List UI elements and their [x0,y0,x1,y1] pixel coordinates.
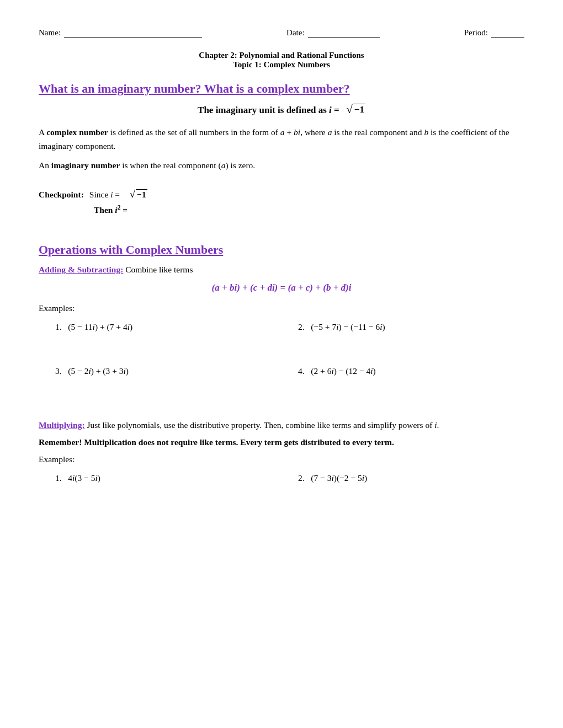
checkpoint-then: Then i2 = [94,204,128,215]
checkpoint-block: Checkpoint: Since i = √ −1 Then i2 = [39,189,524,215]
name-underline[interactable] [64,28,202,38]
example-1: 1. (5 − 11i) + (7 + 4i) [39,319,282,357]
mult-example-2: 2. (7 − 3i)(−2 − 5i) [282,470,524,508]
checkpoint-line1: Checkpoint: Since i = √ −1 [39,189,524,200]
name-field: Name: [39,28,202,38]
checkpoint-label: Checkpoint: [39,190,84,200]
example-4-expr: (2 + 6i) − (12 − 4i) [311,366,376,376]
example-4-num: 4. [298,366,309,376]
formula: (a + bi) + (c + di) = (a + c) + (b + d)i [39,282,524,293]
section1-title: What is an imaginary number? What is a c… [39,82,524,96]
example-2-expr: (−5 + 7i) − (−11 − 6i) [311,322,385,331]
chapter-line2: Topic 1: Complex Numbers [39,60,524,69]
adding-subtracting-subtitle: Adding & Subtracting: Combine like terms [39,265,524,275]
examples-label-mult: Examples: [39,454,524,464]
example-3-num: 3. [55,366,66,376]
example-1-expr: (5 − 11i) + (7 + 4i) [68,322,132,331]
period-field: Period: [464,28,524,38]
checkpoint-since: Since i = [89,190,124,200]
header-fields: Name: Date: Period: [39,28,524,38]
example-2: 2. (−5 + 7i) − (−11 − 6i) [282,319,524,357]
formula-text: (a + bi) + (c + di) = (a + c) + (b + d)i [212,282,352,293]
period-label: Period: [464,28,488,38]
multiplying-desc: Just like polynomials, use the distribut… [87,420,439,430]
example-3-expr: (5 − 2i) + (3 + 3i) [68,366,129,376]
date-field: Date: [286,28,379,38]
multiplying-label: Multiplying: [39,420,85,430]
remember-line: Remember! Multiplication does not requir… [39,436,524,448]
adding-desc: Combine like terms [125,265,193,274]
multiplying-block: Multiplying: Just like polynomials, use … [39,418,524,508]
sqrt-neg1: √ −1 [347,104,365,115]
date-underline[interactable] [308,28,380,38]
chapter-header: Chapter 2: Polynomial and Rational Funct… [39,51,524,69]
imaginary-def-text: The imaginary unit is defined as i = [198,105,344,115]
examples-text: Examples [39,303,72,313]
chapter-line1: Chapter 2: Polynomial and Rational Funct… [39,51,524,60]
imaginary-bold: imaginary number [51,160,120,170]
mult-example-2-num: 2. [298,473,309,483]
example-3: 3. (5 − 2i) + (3 + 3i) [39,363,282,402]
checkpoint-sqrt: √ −1 [130,189,147,200]
examples-label-adding: Examples: [39,303,524,313]
example-2-num: 2. [298,322,309,331]
multiplying-header: Multiplying: Just like polynomials, use … [39,418,524,432]
mult-example-1-num: 1. [55,473,66,483]
remember-text: Remember! Multiplication does not requir… [39,437,394,447]
period-underline[interactable] [491,28,524,38]
date-label: Date: [286,28,304,38]
multiplying-examples-grid: 1. 4i(3 − 5i) 2. (7 − 3i)(−2 − 5i) [39,470,524,508]
imaginary-unit-def: The imaginary unit is defined as i = √ −… [39,104,524,116]
example-1-num: 1. [55,322,66,331]
operations-title: Operations with Complex Numbers [39,243,524,257]
imaginary-def-text: An imaginary number is when the real com… [39,159,524,173]
mult-example-2-expr: (7 − 3i)(−2 − 5i) [311,473,367,483]
mult-example-1: 1. 4i(3 − 5i) [39,470,282,508]
example-4: 4. (2 + 6i) − (12 − 4i) [282,363,524,402]
examples-text-mult: Examples [39,454,72,464]
adding-examples-grid: 1. (5 − 11i) + (7 + 4i) 2. (−5 + 7i) − (… [39,319,524,402]
checkpoint-line2: Then i2 = [94,204,524,215]
complex-bold: complex number [46,127,108,137]
adding-subtracting-label: Adding & Subtracting: [39,265,123,274]
complex-def: A complex number is defined as the set o… [39,126,524,153]
mult-example-1-expr: 4i(3 − 5i) [68,473,100,483]
name-label: Name: [39,28,61,38]
